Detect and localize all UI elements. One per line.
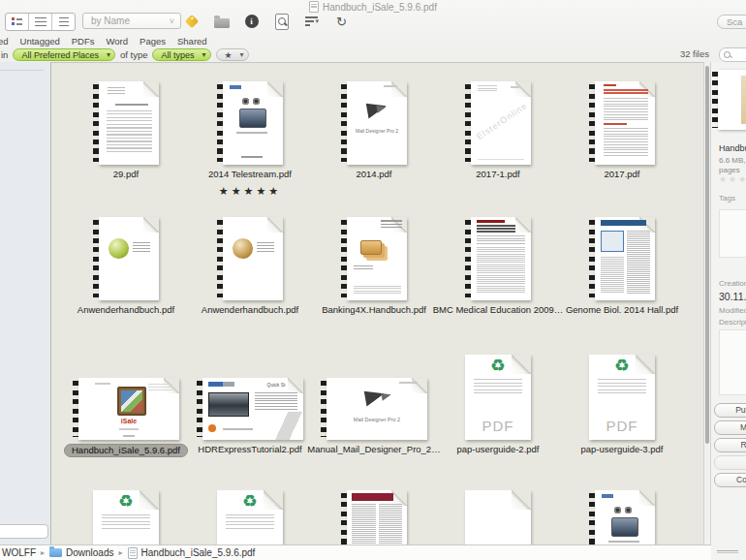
refresh-button[interactable]: ↻ xyxy=(333,14,350,30)
spiral-binding xyxy=(93,84,99,162)
spiral-banking-icon[interactable] xyxy=(341,215,407,300)
plain-pdf-recycle-icon[interactable]: ♻ PDF xyxy=(589,355,655,440)
resize-grip[interactable] xyxy=(717,550,738,551)
plain-pdf-recycle-icon[interactable]: ♻ PDF xyxy=(93,490,159,544)
info-button[interactable]: i xyxy=(243,14,260,30)
file-item[interactable]: Quick St HDRExpressTutorial2.pdf xyxy=(188,355,312,490)
file-item[interactable]: ♻ PDF xyxy=(64,490,188,544)
path-bar: WOLFF▸Downloads▸Handbuch_iSale_5.9.6.pdf xyxy=(0,544,711,560)
plain-pdf-recycle-icon[interactable]: ♻ PDF xyxy=(217,490,283,544)
plain-pdf-recycle-icon[interactable]: ♻ PDF xyxy=(465,355,531,440)
inspector-button-me[interactable]: Me xyxy=(714,420,746,435)
file-item[interactable]: ♻ PDFpap-userguide-3.pdf xyxy=(560,355,684,490)
rating-filter-dropdown[interactable]: ★ xyxy=(216,48,249,61)
spiral-text-icon[interactable] xyxy=(93,79,159,165)
tag-icon xyxy=(184,15,198,28)
selected-file-thumbnail[interactable] xyxy=(718,70,746,130)
tag-button[interactable] xyxy=(183,14,200,30)
grid-row: Anwenderhandbuch.pdf Anwenderhandbuch.pd… xyxy=(52,215,703,355)
icon-view-button[interactable] xyxy=(6,14,29,30)
description-box[interactable] xyxy=(719,329,746,395)
inspector-panel: Handbu 6.6 MB, 7 pages ★★★★★ Tags Creati… xyxy=(711,62,746,560)
folder-button[interactable] xyxy=(213,14,230,30)
places-filter-value: All Preferred Places xyxy=(21,50,99,60)
file-item[interactable]: Mail Designer Pro 2Manual_Mail_Designer_… xyxy=(312,355,436,490)
inspector-rating-stars[interactable]: ★★★★★ xyxy=(719,174,746,184)
spiral-redtext-icon[interactable] xyxy=(589,79,655,165)
document-page xyxy=(471,217,531,300)
spiral-globe-green-icon[interactable] xyxy=(93,215,159,300)
file-item[interactable]: ♻ PDFpap-userguide-2.pdf xyxy=(436,355,560,490)
filter-item-ed[interactable]: ed xyxy=(0,36,9,47)
document-page xyxy=(347,217,407,300)
view-mode-segmented-control[interactable] xyxy=(5,13,76,31)
file-item[interactable]: Anwenderhandbuch.pdf xyxy=(188,215,312,355)
spiral-maildesigner-icon[interactable]: Mail Designer Pro 2 xyxy=(341,79,407,165)
spiral-article-bmc-icon[interactable] xyxy=(465,215,531,300)
type-filter-dropdown[interactable]: All types xyxy=(152,48,210,61)
sort-by-dropdown[interactable]: by Name xyxy=(82,13,181,29)
breadcrumb-item[interactable]: Handbuch_iSale_5.9.6.pdf xyxy=(128,547,256,559)
scrollbar-thumb[interactable] xyxy=(705,66,709,444)
scan-button[interactable]: Sca xyxy=(717,15,746,29)
file-item[interactable]: 2014 Telestream.pdf★★★★★ xyxy=(188,79,312,215)
spiral-article-red-icon[interactable] xyxy=(341,490,407,544)
page-curl xyxy=(288,378,303,393)
preview-button[interactable] xyxy=(273,14,290,30)
sort-order-button[interactable] xyxy=(303,14,320,30)
landscape-maildesigner-icon[interactable]: Mail Designer Pro 2 xyxy=(321,355,427,440)
search-input[interactable] xyxy=(719,47,746,62)
file-name-label: 29.pdf xyxy=(113,169,139,180)
filter-item-pdfs[interactable]: PDFs xyxy=(72,36,95,47)
landscape-hdr-icon[interactable]: Quick St xyxy=(197,355,303,440)
file-item[interactable] xyxy=(560,490,684,544)
file-item[interactable] xyxy=(436,490,560,544)
file-item[interactable] xyxy=(312,490,436,544)
file-item[interactable]: iSale Handbuch_iSale_5.9.6.pdf xyxy=(64,355,188,490)
document-page xyxy=(99,217,159,300)
breadcrumb-item[interactable]: WOLFF xyxy=(2,547,36,558)
file-item[interactable]: Anwenderhandbuch.pdf xyxy=(64,215,188,355)
filter-item-shared[interactable]: Shared xyxy=(177,36,207,47)
sidebar-filter-input[interactable] xyxy=(0,524,48,539)
file-item[interactable]: BMC Medical Education 2009… xyxy=(436,215,560,355)
spiral-binding xyxy=(465,220,471,297)
filter-item-untagged[interactable]: Untagged xyxy=(20,36,60,47)
places-filter-dropdown[interactable]: All Preferred Places xyxy=(13,48,115,61)
spiral-telestream-icon[interactable] xyxy=(589,490,655,544)
spiral-binding xyxy=(341,220,347,297)
spiral-watermark-icon[interactable]: ElsterOnline xyxy=(465,79,531,165)
toolbar: by Name i ↻ Sca xyxy=(0,13,746,32)
inspector-button-re[interactable]: Re xyxy=(714,438,746,452)
spiral-article-genome-icon[interactable] xyxy=(589,215,655,300)
star-icon: ★ xyxy=(225,50,233,60)
vertical-scrollbar[interactable] xyxy=(703,62,711,544)
file-item[interactable]: ♻ PDF xyxy=(188,490,312,544)
filter-item-word[interactable]: Word xyxy=(107,36,129,47)
compact-list-view-button[interactable] xyxy=(52,14,75,30)
file-item[interactable]: Genome Biol. 2014 Hall.pdf xyxy=(560,215,684,355)
file-item[interactable]: Banking4X.Handbuch.pdf xyxy=(312,215,436,355)
icon-view-icon xyxy=(12,16,22,27)
list-view-button[interactable] xyxy=(29,14,52,30)
modified-label: Modified xyxy=(719,306,746,315)
tags-box[interactable] xyxy=(719,209,746,258)
spiral-globe-gold-icon[interactable] xyxy=(217,215,283,300)
inspector-button-copy[interactable]: Copy xyxy=(714,473,746,487)
document-page: Quick St xyxy=(202,378,303,440)
document-page: ♻ PDF xyxy=(465,355,531,440)
file-item[interactable]: ElsterOnline 2017-1.pdf xyxy=(436,79,560,215)
file-item[interactable]: 29.pdf xyxy=(64,79,188,215)
inspector-button-put-in[interactable]: Put in xyxy=(714,403,746,418)
file-item[interactable]: 2017.pdf xyxy=(560,79,684,215)
breadcrumb-item[interactable]: Downloads xyxy=(49,547,113,558)
file-count: 32 files xyxy=(680,48,709,59)
plain-blank-icon[interactable] xyxy=(465,490,531,544)
rating-stars[interactable]: ★★★★★ xyxy=(219,185,281,197)
document-proxy-icon[interactable] xyxy=(309,1,319,13)
landscape-isale-icon[interactable]: iSale xyxy=(73,355,179,440)
filter-item-pages[interactable]: Pages xyxy=(140,36,166,47)
file-item[interactable]: Mail Designer Pro 22014.pdf xyxy=(312,79,436,215)
inspector-button[interactable] xyxy=(714,455,746,470)
spiral-telestream-icon[interactable] xyxy=(217,79,283,165)
